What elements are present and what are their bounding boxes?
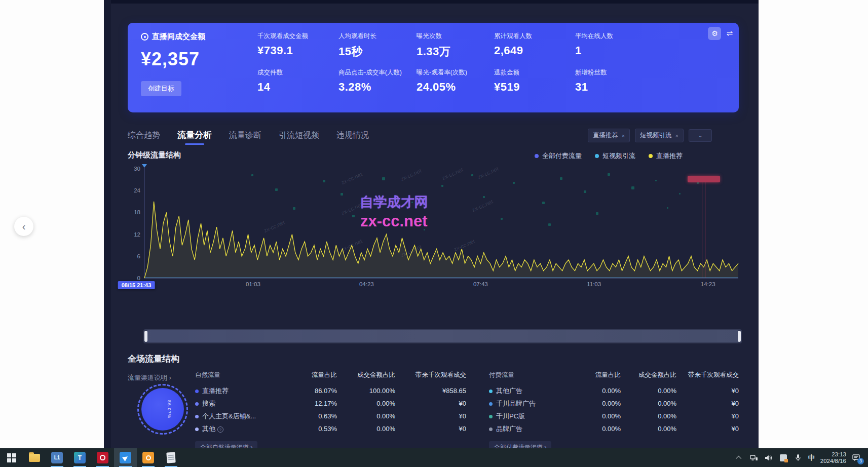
close-icon[interactable]: ×: [622, 133, 625, 139]
chevron-left-icon: ‹: [22, 221, 26, 232]
channel-note-link[interactable]: 流量渠道说明 ›: [128, 373, 171, 382]
range-slider-fill: [146, 330, 739, 342]
legend-item[interactable]: 全部付费流量: [535, 151, 582, 161]
row-value: ¥0: [395, 400, 466, 407]
kpi-metric: 曝光次数1.33万: [417, 32, 494, 68]
ime-indicator[interactable]: 中: [808, 453, 815, 462]
table-row[interactable]: 直播推荐86.07%100.00%¥858.65: [195, 384, 466, 397]
close-icon[interactable]: ×: [675, 133, 678, 139]
table-row[interactable]: 其他?0.53%0.00%¥0: [195, 422, 466, 435]
row-value: ¥0: [676, 400, 739, 407]
legend-item[interactable]: 短视频引流: [595, 151, 635, 161]
table-row[interactable]: 千川PC版0.00%0.00%¥0: [489, 410, 739, 422]
l1-app-icon: L1: [51, 452, 63, 463]
legend-label: 全部付费流量: [542, 151, 582, 161]
kpi-metric: 曝光-观看率(次数)24.05%: [417, 68, 494, 105]
tray-expand-button[interactable]: [735, 453, 744, 462]
row-dot-icon: [489, 427, 493, 431]
notification-center-icon[interactable]: 3: [852, 453, 861, 462]
notepad-icon: [166, 452, 175, 463]
traffic-pie-chart[interactable]: 86.07%: [137, 384, 188, 435]
chip-dropdown[interactable]: ⌄: [689, 129, 712, 142]
create-goal-button[interactable]: 创建目标: [141, 81, 181, 96]
table-row[interactable]: 品牌广告0.00%0.00%¥0: [489, 422, 739, 435]
range-slider-handle-left[interactable]: [144, 331, 147, 342]
tab-引流短视频[interactable]: 引流短视频: [279, 130, 319, 145]
table-footer-link[interactable]: 全部付费流量渠道 ›: [489, 441, 551, 448]
table-row[interactable]: 个人主页&店铺&...0.63%0.00%¥0: [195, 410, 466, 422]
row-label-cell: 个人主页&店铺&...: [195, 412, 291, 421]
back-button[interactable]: ‹: [14, 217, 33, 236]
y-axis-tick: 0: [120, 275, 140, 281]
tray-app-icon[interactable]: [779, 453, 788, 462]
table-row[interactable]: 千川品牌广告0.00%0.00%¥0: [489, 397, 739, 410]
circle-glyph: [146, 455, 151, 460]
noise-dot: [471, 174, 473, 176]
kpi-metric-label: 退款金额: [494, 68, 575, 77]
tab-综合趋势[interactable]: 综合趋势: [128, 130, 160, 145]
chart-plot-area[interactable]: zx-cc.netzx-cc.netzx-cc.netzx-cc.netzx-c…: [144, 169, 738, 278]
info-icon[interactable]: ?: [217, 426, 223, 433]
noise-dot: [513, 182, 515, 184]
taskbar-app-opera[interactable]: [91, 448, 114, 467]
legend-dot-icon: [595, 154, 599, 158]
microphone-icon[interactable]: [794, 453, 803, 462]
x-axis-line: [144, 278, 738, 279]
noise-dot: [293, 207, 295, 210]
noise-dot: [631, 186, 634, 189]
y-axis-tick: 12: [120, 231, 140, 238]
kpi-metric: 退款金额¥519: [494, 68, 575, 105]
filter-chip[interactable]: 短视频引流×: [635, 129, 684, 142]
tabs-row: 综合趋势流量分析流量诊断引流短视频违规情况 直播推荐×短视频引流×⌄: [128, 128, 759, 148]
legend-dot-icon: [535, 154, 539, 158]
filter-chip[interactable]: 直播推荐×: [588, 129, 630, 142]
table-row[interactable]: 搜索12.17%0.00%¥0: [195, 397, 466, 410]
taskbar-app-orange[interactable]: [137, 448, 160, 467]
taskbar-app-l1[interactable]: L1: [46, 448, 68, 467]
swap-icon[interactable]: ⇌: [726, 29, 733, 38]
chart-range-slider[interactable]: [143, 329, 742, 343]
volume-icon[interactable]: [764, 453, 773, 462]
notification-count-badge: 3: [857, 458, 864, 464]
chip-label: 直播推荐: [593, 131, 618, 140]
row-value: 0.00%: [575, 387, 621, 395]
row-label-cell: 千川PC版: [489, 412, 575, 421]
taskbar-app-teams[interactable]: T: [68, 448, 91, 467]
target-icon: [141, 33, 148, 41]
clock[interactable]: 23:13 2024/8/16: [820, 451, 846, 464]
chart-event-line: [705, 182, 706, 278]
pie-main-slice: 86.07%: [141, 388, 184, 431]
taskbar-app-pointer[interactable]: [114, 448, 137, 467]
y-axis-tick: 30: [120, 166, 140, 172]
taskbar-start[interactable]: [0, 448, 23, 467]
chip-label: 短视频引流: [640, 131, 672, 140]
row-value: 12.17%: [291, 400, 337, 407]
taskbar-notepad[interactable]: [160, 448, 182, 467]
legend-dot-icon: [649, 154, 653, 158]
teams-app-icon: T: [74, 452, 86, 463]
noise-dot: [483, 196, 485, 198]
kpi-summary-card: 直播间成交金额 ¥2,357 创建目标 千次观看成交金额¥739.1人均观看时长…: [128, 23, 739, 112]
x-axis-tick: 04:23: [359, 281, 374, 287]
row-label: 搜索: [202, 400, 215, 407]
pointer-glyph: [122, 454, 129, 461]
table-row[interactable]: 其他广告0.00%0.00%¥0: [489, 384, 739, 397]
kpi-metric-value: 1.33万: [417, 44, 494, 59]
gmv-value: ¥2,357: [141, 49, 257, 70]
row-value: 0.00%: [575, 425, 621, 433]
row-value: 0.63%: [291, 412, 337, 420]
tab-违规情况[interactable]: 违规情况: [336, 130, 369, 145]
range-slider-handle-right[interactable]: [738, 331, 741, 342]
table-footer-link[interactable]: 全部自然流量渠道 ›: [195, 441, 257, 448]
tab-流量分析[interactable]: 流量分析: [177, 129, 212, 145]
network-icon[interactable]: [749, 453, 759, 462]
chart-event-flag[interactable]: [688, 176, 720, 182]
kpi-metric: 累计观看人数2,649: [494, 32, 575, 68]
gear-icon[interactable]: ⚙: [708, 27, 721, 40]
row-label-cell: 其他广告: [489, 386, 575, 396]
legend-item[interactable]: 直播推荐: [649, 151, 683, 161]
taskbar-file-explorer[interactable]: [23, 448, 46, 467]
table-group-name: 自然流量: [195, 371, 291, 379]
tab-流量诊断[interactable]: 流量诊断: [229, 130, 261, 145]
x-axis-tick: 01:03: [246, 281, 260, 287]
